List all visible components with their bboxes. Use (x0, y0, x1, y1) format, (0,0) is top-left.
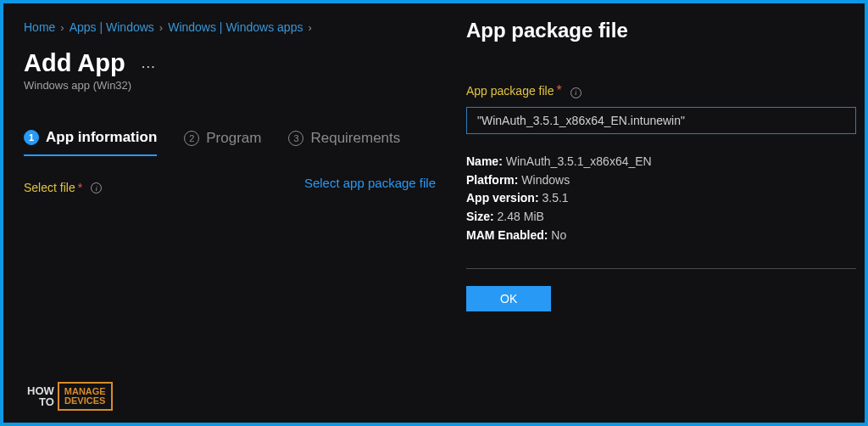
required-asterisk: * (557, 83, 562, 98)
meta-mam-value: No (551, 228, 566, 242)
package-metadata: Name: WinAuth_3.5.1_x86x64_EN Platform: … (466, 153, 861, 244)
wizard-tabs: 1 App information 2 Program 3 Requiremen… (24, 129, 444, 157)
tab-app-information[interactable]: 1 App information (24, 129, 157, 156)
meta-platform-label: Platform: (466, 173, 518, 187)
meta-name-label: Name: (466, 154, 503, 168)
watermark-logo: HOW TO MANAGE DEVICES (27, 382, 113, 411)
select-app-package-file-link[interactable]: Select app package file (266, 176, 436, 190)
breadcrumb-home[interactable]: Home (24, 20, 55, 34)
tab-requirements[interactable]: 3 Requirements (288, 129, 400, 156)
watermark-text: TO (27, 396, 54, 407)
meta-platform-value: Windows (521, 173, 570, 187)
tab-label: App information (46, 129, 157, 146)
meta-version-label: App version: (466, 191, 539, 205)
meta-version-value: 3.5.1 (542, 191, 568, 205)
meta-name-value: WinAuth_3.5.1_x86x64_EN (506, 154, 652, 168)
page-subtitle: Windows app (Win32) (24, 79, 444, 92)
breadcrumb-windows-apps[interactable]: Windows | Windows apps (168, 20, 303, 34)
breadcrumb-apps-windows[interactable]: Apps | Windows (70, 20, 154, 34)
tab-label: Requirements (310, 130, 400, 147)
tab-step-number: 1 (24, 130, 39, 145)
page-title: Add App (24, 49, 125, 77)
more-actions-button[interactable]: … (141, 54, 158, 72)
meta-size-label: Size: (466, 210, 494, 223)
tab-label: Program (206, 130, 261, 147)
tab-step-number: 2 (184, 131, 199, 146)
app-package-file-input[interactable] (466, 107, 856, 134)
tab-step-number: 3 (288, 131, 303, 146)
meta-mam-label: MAM Enabled: (466, 228, 548, 242)
app-package-file-label: App package file (466, 84, 554, 98)
chevron-right-icon: › (60, 21, 64, 34)
info-icon[interactable]: i (91, 182, 102, 193)
chevron-right-icon: › (308, 21, 311, 34)
breadcrumb: Home › Apps | Windows › Windows | Window… (24, 20, 444, 34)
divider (466, 268, 856, 269)
required-asterisk: * (78, 181, 82, 194)
meta-size-value: 2.48 MiB (498, 210, 544, 223)
panel-title: App package file (466, 19, 861, 42)
chevron-right-icon: › (159, 21, 163, 34)
watermark-text: DEVICES (64, 396, 106, 406)
info-icon[interactable]: i (570, 87, 581, 98)
select-file-label: Select file (24, 181, 75, 194)
ok-button[interactable]: OK (466, 286, 551, 311)
tab-program[interactable]: 2 Program (184, 129, 261, 156)
